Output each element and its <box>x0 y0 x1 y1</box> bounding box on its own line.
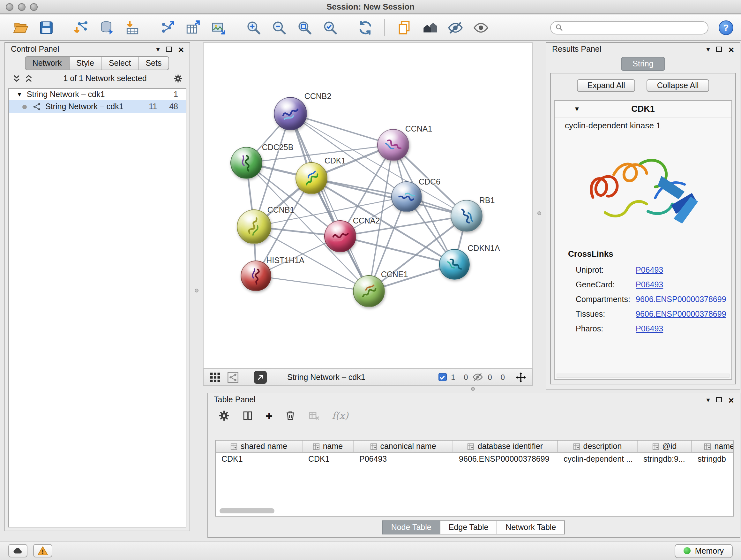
column-header-shared-name[interactable]: shared name <box>216 441 302 452</box>
float-panel-icon[interactable] <box>716 397 722 402</box>
gene-card-scrollbar[interactable] <box>556 374 730 378</box>
tree-network-row[interactable]: String Network – cdk1 11 48 <box>9 100 186 113</box>
collapse-all-icon[interactable] <box>12 74 21 83</box>
close-panel-icon[interactable]: × <box>728 44 734 54</box>
node-CDC6[interactable] <box>391 181 422 212</box>
node-RB1[interactable] <box>451 200 482 232</box>
node-CCNB2[interactable] <box>274 97 307 130</box>
tab-sets[interactable]: Sets <box>138 56 169 70</box>
export-network-button[interactable] <box>154 17 180 38</box>
table-options-gear-icon[interactable] <box>218 410 230 422</box>
protein-glyph-icon <box>355 278 382 305</box>
save-session-button[interactable] <box>33 17 59 38</box>
node-CCNB1[interactable] <box>237 209 271 244</box>
tab-node-table[interactable]: Node Table <box>382 520 441 535</box>
zoom-in-button[interactable] <box>241 17 266 38</box>
node-HIST1H1A[interactable] <box>241 260 271 291</box>
tab-edge-table[interactable]: Edge Table <box>440 520 497 535</box>
network-overview-icon[interactable] <box>227 371 239 383</box>
zoom-selected-button[interactable] <box>317 17 343 38</box>
function-builder-icon: f(x) <box>332 410 348 422</box>
gene-card-disclosure-icon[interactable]: ▼ <box>574 105 580 112</box>
tab-network-table[interactable]: Network Table <box>496 520 565 535</box>
column-header-id[interactable]: @id <box>637 441 692 452</box>
network-view-canvas[interactable]: CCNB2CCNA1CDC25BCDK1CDC6RB1CCNB1CCNA2CDK… <box>203 42 533 368</box>
tree-disclosure-icon[interactable]: ▼ <box>17 91 22 98</box>
node-CCNA1[interactable] <box>377 129 409 161</box>
copy-documents-button[interactable] <box>391 17 417 38</box>
close-panel-icon[interactable]: × <box>728 395 734 405</box>
network-edges-layer <box>204 43 532 368</box>
show-columns-icon[interactable] <box>242 410 253 422</box>
float-panel-icon[interactable] <box>716 47 722 52</box>
column-header-name[interactable]: name <box>302 441 354 452</box>
results-panel-title: Results Panel <box>552 45 601 54</box>
import-table-button[interactable] <box>119 17 145 38</box>
titlebar: Session: New Session <box>0 0 741 14</box>
tab-style[interactable]: Style <box>69 56 102 70</box>
node-CDC25B[interactable] <box>230 147 262 179</box>
collapse-all-button[interactable]: Collapse All <box>647 79 709 92</box>
import-network-database-button[interactable] <box>94 17 119 38</box>
import-table-icon <box>124 19 140 36</box>
uniprot-link[interactable]: P06493 <box>636 265 663 274</box>
node-CDK1[interactable] <box>295 162 327 194</box>
cloud-status-button[interactable] <box>8 544 27 557</box>
node-CCNE1[interactable] <box>353 275 385 307</box>
hide-details-button[interactable] <box>442 17 468 38</box>
add-column-icon[interactable]: + <box>266 410 273 422</box>
tab-network[interactable]: Network <box>25 56 70 70</box>
splitter-handle[interactable] <box>537 211 541 215</box>
selected-count-checkbox[interactable] <box>438 373 447 381</box>
horizontal-scrollbar-thumb[interactable] <box>219 508 274 513</box>
export-table-button[interactable] <box>180 17 205 38</box>
tab-select[interactable]: Select <box>101 56 139 70</box>
column-header-canonical-name[interactable]: canonical name <box>354 441 453 452</box>
node-label-CCNE1: CCNE1 <box>381 270 408 279</box>
export-image-button[interactable] <box>205 17 231 38</box>
delete-column-trash-icon[interactable] <box>285 410 296 422</box>
edge-HIST1H1A-CCNE1[interactable] <box>256 276 369 291</box>
node-label-CDK1: CDK1 <box>325 157 346 165</box>
pan-move-icon[interactable] <box>515 371 527 383</box>
open-session-button[interactable] <box>8 17 33 38</box>
column-header-database-identifier[interactable]: database identifier <box>453 441 558 452</box>
column-header-namespace[interactable]: namespace <box>692 441 734 452</box>
network-options-gear-icon[interactable] <box>174 74 183 83</box>
panel-menu-icon[interactable]: ▾ <box>156 46 159 53</box>
save-icon <box>38 19 54 36</box>
warnings-button[interactable] <box>33 544 52 557</box>
zoom-fit-button[interactable] <box>292 17 317 38</box>
import-network-file-button[interactable] <box>68 17 94 38</box>
panel-menu-icon[interactable]: ▾ <box>706 396 710 403</box>
panel-menu-icon[interactable]: ▾ <box>706 46 710 53</box>
zoom-out-button[interactable] <box>266 17 292 38</box>
close-panel-icon[interactable]: × <box>178 44 184 54</box>
refresh-view-button[interactable] <box>352 17 378 38</box>
splitter-handle[interactable] <box>195 289 199 293</box>
home-button[interactable] <box>417 17 442 38</box>
help-button[interactable]: ? <box>719 20 733 35</box>
node-CCNA2[interactable] <box>324 220 356 252</box>
splitter-handle[interactable] <box>471 387 475 391</box>
show-details-button[interactable] <box>468 17 493 38</box>
detach-view-button[interactable] <box>254 371 267 383</box>
pharos-link[interactable]: P06493 <box>636 324 663 333</box>
search-input[interactable] <box>566 22 703 33</box>
tree-collection-row[interactable]: ▼ String Network – cdk1 1 <box>9 89 186 100</box>
genecard-link[interactable]: P06493 <box>636 280 663 289</box>
expand-all-icon[interactable] <box>24 74 33 83</box>
network-edge-count: 48 <box>169 102 178 111</box>
float-panel-icon[interactable] <box>166 47 172 52</box>
results-panel: Results Panel ▾ × String Expand All Coll… <box>546 42 740 390</box>
tab-string[interactable]: String <box>621 57 665 71</box>
column-header-description[interactable]: description <box>558 441 637 452</box>
node-CDKN1A[interactable] <box>439 249 470 280</box>
table-row[interactable]: CDK1 CDK1 P06493 9606.ENSP00000378699 cy… <box>216 453 733 465</box>
tissues-link[interactable]: 9606.ENSP00000378699 <box>636 309 726 318</box>
expand-all-button[interactable]: Expand All <box>577 79 635 92</box>
compartments-link[interactable]: 9606.ENSP00000378699 <box>636 295 726 304</box>
node-label-CDC25B: CDC25B <box>262 143 293 152</box>
memory-button[interactable]: Memory <box>675 544 733 558</box>
birdseye-view-icon[interactable] <box>209 371 221 383</box>
